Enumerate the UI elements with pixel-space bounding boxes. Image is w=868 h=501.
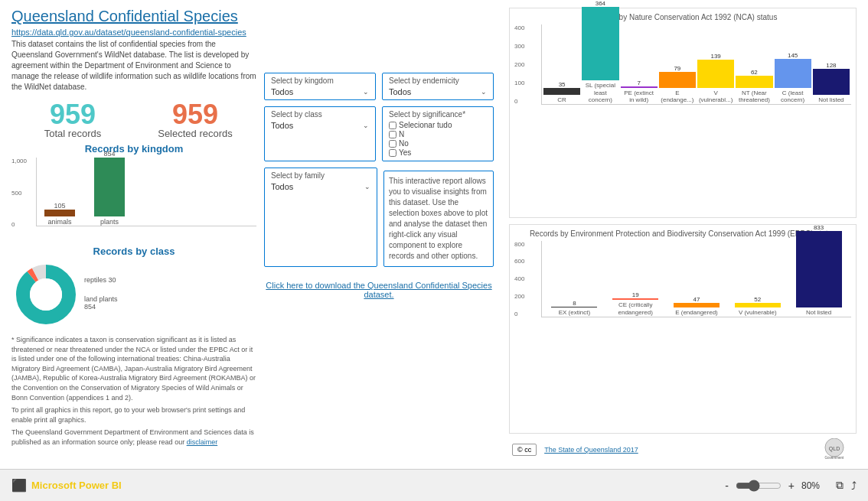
sig-label-n: N <box>399 130 404 138</box>
epbc-v-group: 52 V (vulnerable) <box>729 296 786 317</box>
nca-notlisted-bar[interactable] <box>813 69 850 95</box>
epbc-y-600: 600 <box>514 258 539 265</box>
footnote3: The Queensland Government Department of … <box>11 428 256 447</box>
class-chart-title: Records by class <box>11 246 256 257</box>
zoom-minus-button[interactable]: - <box>722 480 732 492</box>
total-count: 959 <box>11 99 134 131</box>
footnote2: To print all graphics in this report, go… <box>11 405 256 425</box>
y-label-0: 0 <box>11 221 34 228</box>
nca-chart-section: Records by Nature Conservation Act 1992 … <box>509 8 857 218</box>
filter-row-1: Select by kingdom Todos ⌄ Select by ende… <box>264 73 494 100</box>
footer-left: © cc The State of Queensland 2017 <box>512 444 638 456</box>
footnote-section: * Significance indicates a taxon is cons… <box>11 335 256 447</box>
nca-notlisted-group: 128 Not listed <box>813 62 850 104</box>
kingdom-chevron-icon: ⌄ <box>363 88 369 96</box>
nca-y-0: 0 <box>514 98 539 105</box>
kingdom-filter-select[interactable]: Todos ⌄ <box>271 87 369 96</box>
plants-bar-group: 854 plants <box>94 150 125 226</box>
kingdom-chart-title: Records by kingdom <box>11 143 256 155</box>
nca-nt-group: 62 NT (Nearthreatened) <box>736 69 772 104</box>
sig-checkbox-no[interactable] <box>389 140 396 148</box>
nca-nt-bar[interactable] <box>736 76 772 88</box>
dataset-description: This dataset contains the list of confid… <box>11 39 256 93</box>
epbc-ex-group: 8 EX (extinct) <box>546 300 603 317</box>
epbc-ex-bar[interactable] <box>551 307 597 307</box>
nca-pe-label: PE (extinctin wild) <box>624 89 654 104</box>
disclaimer-link[interactable]: disclaimer <box>187 438 218 446</box>
family-filter-value: Todos <box>271 182 293 191</box>
epbc-e-label: E (endangered) <box>675 309 718 317</box>
fullscreen-icon[interactable]: ⧉ <box>836 479 844 492</box>
nca-e-label: E(endange...) <box>661 89 693 104</box>
nca-pe-bar[interactable] <box>621 86 658 88</box>
share-icon[interactable]: ⤴ <box>851 480 857 492</box>
nca-e-group: 79 E(endange...) <box>659 65 696 104</box>
right-footer: © cc The State of Queensland 2017 QLD Go… <box>509 438 857 461</box>
epbc-ce-bar[interactable] <box>612 298 658 300</box>
svg-text:Government: Government <box>825 456 845 460</box>
nca-v-bar[interactable] <box>697 60 734 88</box>
nca-sl-bar[interactable] <box>582 7 618 80</box>
epbc-notlisted-value: 833 <box>814 224 824 231</box>
nca-e-bar[interactable] <box>659 72 696 88</box>
nca-e-value: 79 <box>674 65 680 72</box>
sig-option-no[interactable]: No <box>389 139 487 148</box>
class-filter-label: Select by class <box>271 110 369 119</box>
nca-sl-group: 364 SL (specialleastconcern) <box>582 0 618 104</box>
right-panel: Records by Nature Conservation Act 1992 … <box>501 8 857 461</box>
sig-option-all[interactable]: Selecionar tudo <box>389 121 487 129</box>
nca-cr-label: CR <box>557 96 566 104</box>
middle-panel: Select by kingdom Todos ⌄ Select by ende… <box>256 8 501 461</box>
zoom-plus-button[interactable]: + <box>785 480 798 492</box>
donut-container: reptiles 30 land plants854 <box>11 260 256 329</box>
family-filter-select[interactable]: Todos ⌄ <box>271 182 370 191</box>
endemicity-filter-select[interactable]: Todos ⌄ <box>389 87 487 96</box>
epbc-e-bar[interactable] <box>674 303 720 307</box>
epbc-y-0: 0 <box>514 311 539 317</box>
sig-option-n[interactable]: N <box>389 130 487 138</box>
powerbi-logo[interactable]: ⬛ Microsoft Power BI <box>11 478 122 493</box>
download-link[interactable]: Click here to download the Queensland Co… <box>264 281 494 299</box>
plants-bar[interactable] <box>94 158 125 216</box>
kingdom-filter[interactable]: Select by kingdom Todos ⌄ <box>264 73 376 100</box>
endemicity-filter-label: Select by endemicity <box>389 76 487 85</box>
sig-checkbox-yes[interactable] <box>389 149 396 157</box>
class-filter-select[interactable]: Todos ⌄ <box>271 121 369 130</box>
nca-v-group: 139 V(vulnerabl...) <box>697 53 734 104</box>
sig-label-yes: Yes <box>399 148 411 157</box>
nca-y-400: 400 <box>514 24 539 31</box>
y-label-1000: 1,000 <box>11 158 34 164</box>
class-chart-section: Records by class reptiles 30 land plants… <box>11 246 256 329</box>
epbc-notlisted-label: Not listed <box>806 309 831 317</box>
family-filter[interactable]: Select by family Todos ⌄ <box>264 168 377 267</box>
nca-cr-bar[interactable] <box>543 88 580 95</box>
animals-bar-label: animals <box>47 218 71 226</box>
epbc-notlisted-bar[interactable] <box>796 231 842 307</box>
epbc-v-label: V (vulnerable) <box>739 309 777 317</box>
plants-bar-label: plants <box>100 218 119 226</box>
epbc-v-bar[interactable] <box>735 303 781 307</box>
kingdom-chart-section: Records by kingdom 0 500 1,000 105 anima… <box>11 143 256 242</box>
family-chevron-icon: ⌄ <box>364 183 370 190</box>
nca-y-300: 300 <box>514 43 539 50</box>
class-filter[interactable]: Select by class Todos ⌄ <box>264 106 376 161</box>
zoom-slider[interactable] <box>736 480 782 492</box>
dataset-title[interactable]: Queensland Confidential Species <box>11 8 238 24</box>
bottom-right-icons: - + 80% ⧉ ⤴ <box>722 479 857 492</box>
dataset-url[interactable]: https://data.qld.gov.au/dataset/queensla… <box>11 28 256 37</box>
selected-count: 959 <box>134 99 256 131</box>
cc-badge: © cc <box>512 444 537 456</box>
bottom-bar: ⬛ Microsoft Power BI - + 80% ⧉ ⤴ <box>0 469 868 501</box>
sig-option-yes[interactable]: Yes <box>389 148 487 157</box>
epbc-notlisted-group: 833 Not listed <box>790 224 847 317</box>
donut-svg <box>11 260 80 329</box>
sig-checkbox-all[interactable] <box>389 122 396 129</box>
animals-bar[interactable] <box>44 210 75 216</box>
epbc-e-group: 47 E (endangered) <box>668 296 726 317</box>
epbc-chart-section: Records by Environment Protection and Bi… <box>509 224 857 434</box>
sig-checkbox-n[interactable] <box>389 131 396 138</box>
nca-c-bar[interactable] <box>775 59 811 88</box>
endemicity-filter[interactable]: Select by endemicity Todos ⌄ <box>382 73 494 100</box>
epbc-ce-label: CE (criticallyendangered) <box>618 301 653 316</box>
state-link[interactable]: The State of Queensland 2017 <box>544 446 638 454</box>
